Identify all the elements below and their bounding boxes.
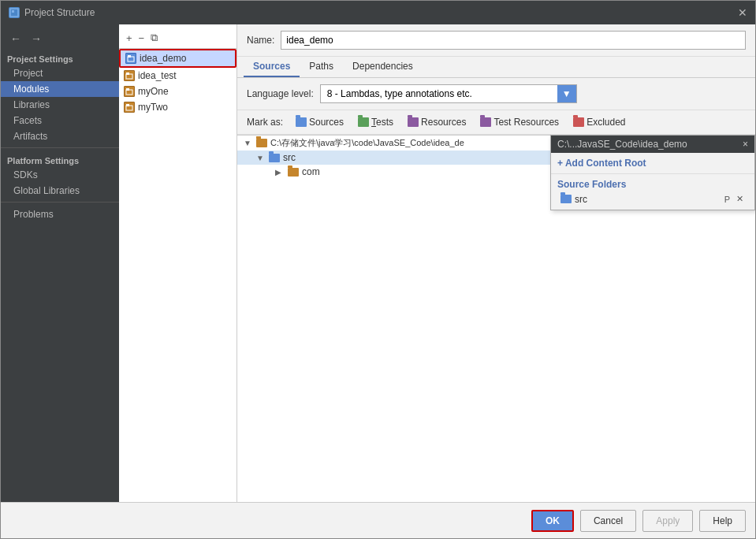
mark-as-label: Mark as:	[247, 117, 283, 128]
tab-content-sources: Language level: 8 - Lambdas, type annota…	[237, 78, 755, 502]
module-icon	[124, 70, 135, 81]
dialog-title: Project Structure	[24, 7, 95, 18]
sidebar-divider	[1, 147, 119, 148]
module-item-myone[interactable]: myOne	[119, 84, 236, 99]
src-label: src	[283, 152, 296, 163]
popup-remove-button[interactable]: ✕	[735, 193, 745, 205]
sidebar-item-label: Artifacts	[13, 131, 47, 142]
mark-as-tests-button[interactable]: Tests	[353, 115, 398, 129]
module-item-mytwo[interactable]: myTwo	[119, 99, 236, 115]
excluded-folder-icon	[573, 117, 584, 127]
root-folder-icon	[256, 139, 267, 147]
popup-header: C:\...JavaSE_Code\idea_demo ×	[551, 136, 754, 153]
sidebar-item-label: Modules	[13, 84, 49, 95]
popup-edit-button[interactable]: P	[723, 193, 732, 205]
add-content-root-label: + Add Content Root	[557, 158, 646, 169]
copy-module-button[interactable]: ⧉	[148, 31, 160, 45]
mark-as-excluded-button[interactable]: Excluded	[568, 115, 630, 129]
module-name: idea_test	[138, 70, 177, 81]
tab-dependencies[interactable]: Dependencies	[343, 57, 423, 77]
mark-as-resources-button[interactable]: Resources	[403, 115, 471, 129]
tree-arrow: ▼	[244, 139, 253, 147]
resources-folder-icon	[408, 117, 419, 127]
tests-folder-icon	[358, 117, 369, 127]
module-name: idea_demo	[140, 53, 186, 64]
name-label: Name:	[247, 35, 274, 46]
popup-close-button[interactable]: ×	[743, 139, 748, 150]
svg-rect-1	[12, 10, 14, 13]
name-row: Name:	[237, 24, 755, 57]
sidebar-item-label: Libraries	[13, 99, 50, 110]
language-level-label: Language level:	[247, 88, 314, 99]
popup-src-item: src P ✕	[557, 191, 748, 206]
sidebar-item-artifacts[interactable]: Artifacts	[1, 128, 119, 144]
module-icon	[124, 102, 135, 113]
cancel-button[interactable]: Cancel	[580, 510, 636, 532]
sidebar-item-libraries[interactable]: Libraries	[1, 97, 119, 113]
title-bar-left: Project Structure	[9, 7, 95, 18]
popup-src-label: src	[575, 194, 587, 205]
ok-button[interactable]: OK	[531, 510, 574, 532]
bottom-bar: OK Cancel Apply Help	[1, 502, 755, 538]
com-folder-icon	[288, 168, 299, 177]
sidebar-item-facets[interactable]: Facets	[1, 113, 119, 128]
app-icon	[9, 7, 20, 18]
module-icon	[125, 53, 136, 64]
mark-as-test-resources-button[interactable]: Test Resources	[475, 115, 564, 129]
problems-label: Problems	[13, 209, 54, 220]
sidebar-item-modules[interactable]: Modules	[1, 81, 119, 97]
forward-button[interactable]: →	[28, 31, 45, 46]
sidebar-item-label: Project	[13, 68, 43, 79]
sidebar-item-project[interactable]: Project	[1, 65, 119, 81]
mark-as-sources-button[interactable]: Sources	[291, 115, 348, 129]
root-path: C:\存储文件\java学习\code\JavaSE_Code\idea_de	[270, 137, 464, 149]
tabs-bar: Sources Paths Dependencies	[237, 57, 755, 78]
add-module-button[interactable]: +	[124, 31, 135, 45]
src-folder-icon	[269, 154, 280, 162]
sidebar-item-global-libraries[interactable]: Global Libraries	[1, 183, 119, 199]
module-icon	[124, 86, 135, 97]
popup-src-folder-icon	[560, 195, 572, 203]
back-button[interactable]: ←	[7, 31, 24, 46]
name-input[interactable]	[281, 31, 746, 50]
platform-settings-header: Platform Settings	[1, 151, 119, 167]
project-structure-dialog: Project Structure ✕ ← → Project Settings…	[0, 0, 756, 539]
sidebar-item-problems[interactable]: Problems	[1, 206, 119, 223]
test-resources-folder-icon	[480, 117, 491, 127]
tab-paths[interactable]: Paths	[300, 57, 343, 77]
sources-folder-icon	[296, 117, 307, 127]
language-level-select[interactable]: 8 - Lambdas, type annotations etc. ▼	[320, 84, 577, 103]
tests-label: Tests	[371, 117, 393, 128]
tab-sources[interactable]: Sources	[244, 57, 300, 77]
module-name: myOne	[138, 86, 169, 97]
excluded-label: Excluded	[587, 117, 625, 128]
sidebar-divider-2	[1, 202, 119, 203]
close-button[interactable]: ✕	[738, 6, 747, 19]
popup-src-item-content: src	[560, 194, 587, 205]
title-bar: Project Structure ✕	[1, 1, 755, 24]
sidebar-item-label: Facets	[13, 115, 42, 126]
nav-back-fwd: ← →	[1, 28, 119, 50]
com-label: com	[302, 166, 320, 177]
remove-module-button[interactable]: −	[136, 31, 147, 45]
help-button[interactable]: Help	[699, 510, 746, 532]
apply-button[interactable]: Apply	[642, 510, 693, 532]
language-level-arrow[interactable]: ▼	[557, 85, 576, 102]
resources-label: Resources	[421, 117, 466, 128]
popup-section: Source Folders src P	[551, 174, 754, 210]
add-content-root-button[interactable]: + Add Content Root	[551, 153, 754, 174]
popup-actions: P ✕	[723, 193, 745, 205]
module-item-idea-demo[interactable]: idea_demo	[119, 49, 236, 68]
popup-panel: C:\...JavaSE_Code\idea_demo × + Add Cont…	[550, 135, 755, 210]
language-level-value: 8 - Lambdas, type annotations etc.	[321, 87, 557, 101]
sidebar-item-sdks[interactable]: SDKs	[1, 167, 119, 183]
sidebar-item-label: Global Libraries	[13, 185, 80, 196]
language-level-row: Language level: 8 - Lambdas, type annota…	[237, 78, 755, 110]
module-list: + − ⧉ idea_demo idea_test myOne	[119, 24, 237, 502]
sidebar: ← → Project Settings Project Modules Lib…	[1, 24, 119, 502]
module-item-idea-test[interactable]: idea_test	[119, 68, 236, 84]
module-name: myTwo	[138, 102, 168, 113]
sources-content: ▼ C:\存储文件\java学习\code\JavaSE_Code\idea_d…	[237, 135, 755, 502]
svg-rect-5	[126, 72, 129, 75]
mark-as-row: Mark as: Sources Tests Resources	[237, 110, 755, 135]
